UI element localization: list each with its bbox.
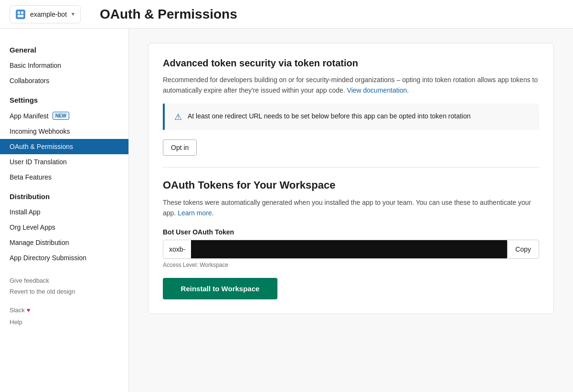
slack-love: Slack ♥ xyxy=(0,299,128,316)
warning-triangle-icon: ⚠ xyxy=(174,112,182,122)
svg-rect-0 xyxy=(16,10,25,19)
app-selector[interactable]: example-bot ▼ xyxy=(10,5,81,23)
token-security-card: Advanced token security via token rotati… xyxy=(148,43,554,314)
view-documentation-link[interactable]: View documentation. xyxy=(347,86,409,94)
sidebar-item-user-id-translation[interactable]: User ID Translation xyxy=(0,154,128,170)
sidebar-item-oauth-permissions[interactable]: OAuth & Permissions xyxy=(0,139,128,154)
settings-section-label: Settings xyxy=(0,88,128,108)
warning-box: ⚠ At least one redirect URL needs to be … xyxy=(163,104,539,130)
sidebar-item-basic-information[interactable]: Basic Information xyxy=(0,58,128,73)
bot-token-label: Bot User OAuth Token xyxy=(163,228,539,236)
svg-rect-2 xyxy=(21,11,23,14)
heart-icon: ♥ xyxy=(27,307,31,314)
sidebar: General Basic Information Collaborators … xyxy=(0,29,129,392)
give-feedback-link[interactable]: Give feedback xyxy=(10,275,119,286)
svg-rect-3 xyxy=(18,15,23,17)
sidebar-item-incoming-webhooks[interactable]: Incoming Webhooks xyxy=(0,124,128,139)
app-name-label: example-bot xyxy=(30,11,67,18)
token-security-title: Advanced token security via token rotati… xyxy=(163,58,539,69)
sidebar-item-manage-distribution[interactable]: Manage Distribution xyxy=(0,235,128,250)
sidebar-item-org-level-apps[interactable]: Org Level Apps xyxy=(0,220,128,235)
sidebar-item-app-manifest[interactable]: App Manifest NEW xyxy=(0,108,128,124)
oauth-tokens-description: These tokens were automatically generate… xyxy=(163,197,539,219)
sidebar-item-beta-features[interactable]: Beta Features xyxy=(0,170,128,185)
reinstall-button[interactable]: Reinstall to Workspace xyxy=(163,278,277,299)
chevron-down-icon: ▼ xyxy=(71,11,75,17)
token-security-description: Recommended for developers building on o… xyxy=(163,74,539,96)
token-prefix: xoxb- xyxy=(163,241,191,258)
sidebar-item-install-app[interactable]: Install App xyxy=(0,204,128,220)
new-badge: NEW xyxy=(53,112,69,120)
access-level-label: Access Level: Workspace xyxy=(163,262,539,268)
revert-design-link[interactable]: Revert to the old design xyxy=(10,286,119,297)
top-bar: example-bot ▼ OAuth & Permissions xyxy=(0,0,573,29)
page-title: OAuth & Permissions xyxy=(100,7,237,22)
svg-rect-1 xyxy=(18,11,20,14)
app-icon xyxy=(15,9,26,20)
opt-in-button[interactable]: Opt in xyxy=(163,139,197,156)
sidebar-item-collaborators[interactable]: Collaborators xyxy=(0,73,128,88)
warning-text: At least one redirect URL needs to be se… xyxy=(188,111,471,121)
section-divider xyxy=(163,167,539,168)
distribution-section-label: Distribution xyxy=(0,185,128,204)
copy-token-button[interactable]: Copy xyxy=(507,242,539,257)
help-link[interactable]: Help xyxy=(10,317,119,328)
main-content: Advanced token security via token rotati… xyxy=(129,29,573,392)
learn-more-link[interactable]: Learn more. xyxy=(178,209,213,217)
oauth-tokens-title: OAuth Tokens for Your Workspace xyxy=(163,179,539,191)
sidebar-item-app-directory-submission[interactable]: App Directory Submission xyxy=(0,250,128,265)
general-section-label: General xyxy=(0,38,128,58)
token-input-row: xoxb- Copy xyxy=(163,240,539,259)
token-redacted-value xyxy=(191,240,507,258)
